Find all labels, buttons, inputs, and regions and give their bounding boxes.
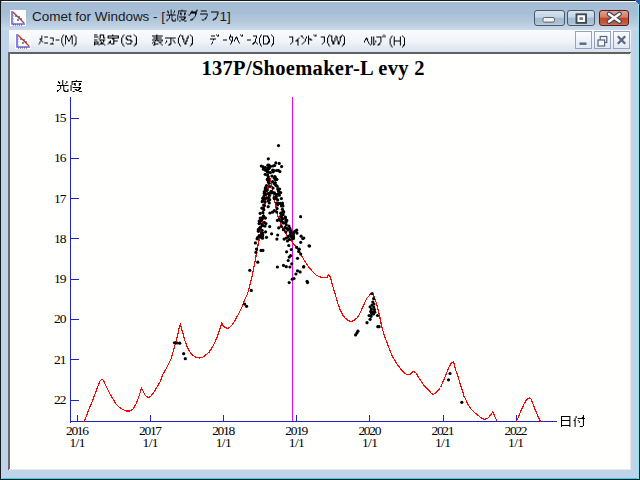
svg-text:1/1: 1/1 bbox=[143, 435, 159, 450]
svg-text:21: 21 bbox=[54, 352, 67, 367]
svg-text:1/1: 1/1 bbox=[216, 435, 232, 450]
svg-text:22: 22 bbox=[54, 392, 67, 407]
svg-text:1]: 1] bbox=[220, 9, 231, 24]
svg-text:1/1: 1/1 bbox=[289, 435, 305, 450]
svg-text:17: 17 bbox=[54, 191, 67, 206]
svg-text:1/1: 1/1 bbox=[70, 435, 86, 450]
svg-text:19: 19 bbox=[54, 271, 67, 286]
svg-text:Comet for Windows - [: Comet for Windows - [ bbox=[32, 9, 165, 24]
svg-text:137P/Shoemaker-L evy 2: 137P/Shoemaker-L evy 2 bbox=[202, 57, 425, 80]
svg-text:16: 16 bbox=[54, 150, 67, 165]
svg-text:1/1: 1/1 bbox=[508, 435, 524, 450]
svg-text:20: 20 bbox=[54, 311, 67, 326]
svg-text:1/1: 1/1 bbox=[362, 435, 378, 450]
svg-text:1/1: 1/1 bbox=[435, 435, 451, 450]
svg-text:18: 18 bbox=[54, 231, 67, 246]
svg-text:15: 15 bbox=[54, 110, 67, 125]
